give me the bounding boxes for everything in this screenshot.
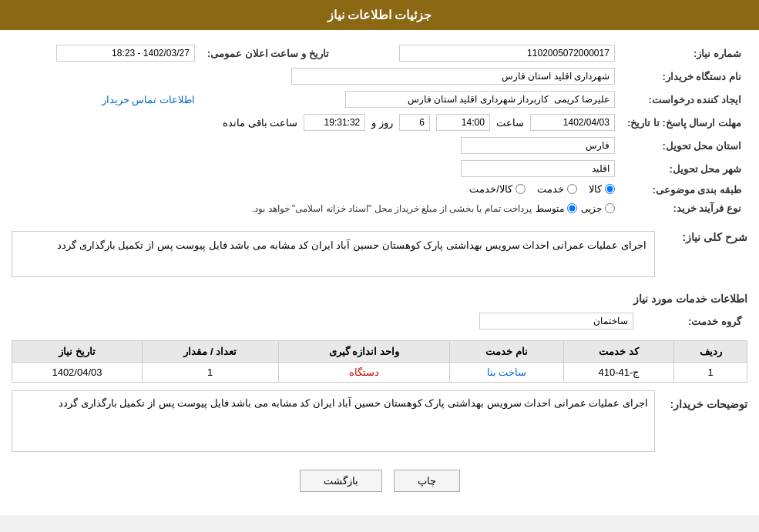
creator-label: ایجاد کننده درخواست: [621, 88, 747, 111]
category-label-khedmat: خدمت [537, 183, 564, 195]
reply-deadline-label: مهلت ارسال پاسخ: تا تاریخ: [621, 111, 747, 134]
print-button[interactable]: چاپ [394, 470, 460, 492]
city-label: شهر محل تحویل: [621, 157, 747, 180]
province-input[interactable] [461, 137, 615, 154]
header-info-table: شماره نیاز: تاریخ و ساعت اعلان عمومی: نا… [12, 42, 747, 217]
contact-link[interactable]: اطلاعات تماس خریدار [102, 94, 195, 105]
back-button[interactable]: بازگشت [300, 470, 382, 492]
creator-input[interactable] [345, 91, 615, 108]
reply-days-label: روز و [371, 117, 393, 129]
reply-days-input[interactable] [399, 114, 430, 131]
cell-date: 1402/04/03 [12, 363, 143, 383]
category-label-kala-khedmat: کالا/خدمت [469, 183, 512, 195]
buyer-org-input[interactable] [291, 68, 615, 85]
page-title: جزئیات اطلاعات نیاز [327, 8, 432, 22]
col-header-service-code: کد خدمت [563, 341, 674, 363]
announce-datetime-label: تاریخ و ساعت اعلان عمومی: [201, 42, 335, 65]
reply-date-input[interactable] [530, 114, 615, 131]
service-group-table: گروه خدمت: [12, 309, 747, 333]
description-section: شرح کلی نیاز: اجرای عملیات عمرانی احداث … [12, 223, 747, 285]
table-row: 1 ج-41-410 ساخت بنا دستگاه 1 1402/04/03 [12, 363, 747, 383]
category-radio-khedmat[interactable] [567, 184, 577, 194]
purchase-radio-mota-vaset[interactable] [567, 203, 577, 213]
cell-service-code: ج-41-410 [563, 363, 674, 383]
purchase-label-jozi: جزیی [581, 203, 602, 214]
button-bar: چاپ بازگشت [12, 458, 747, 504]
page-header: جزئیات اطلاعات نیاز [0, 0, 759, 30]
cell-service-name: ساخت بنا [450, 363, 563, 383]
cell-unit: دستگاه [278, 363, 450, 383]
purchase-type-label: نوع فرآیند خرید: [621, 199, 747, 217]
category-radio-kala-khedmat[interactable] [516, 184, 526, 194]
purchase-type-mota-vaset[interactable]: متوسط [536, 203, 577, 214]
need-number-label: شماره نیاز: [621, 42, 747, 65]
buyer-notes-section: توضیحات خریدار: اجرای عملیات عمرانی احدا… [12, 390, 747, 452]
purchase-label-mota-vaset: متوسط [536, 203, 564, 214]
purchase-note: پرداخت تمام یا بخشی از مبلغ خریداز محل "… [252, 203, 532, 214]
reply-time-input[interactable] [436, 114, 490, 131]
reply-remaining-input[interactable] [304, 114, 365, 131]
reply-remaining-label: ساعت باقی مانده [223, 117, 297, 129]
announce-datetime-input[interactable] [56, 45, 195, 62]
category-radio-kala[interactable] [605, 184, 615, 194]
service-group-input[interactable] [479, 313, 633, 330]
col-header-quantity: تعداد / مقدار [142, 341, 278, 363]
description-value: اجرای عملیات عمرانی احداث سرویس بهداشتی … [57, 239, 646, 251]
description-label: شرح کلی نیاز: [663, 231, 747, 243]
category-radio-group: کالا خدمت کالا/خدمت [469, 183, 615, 195]
service-group-label: گروه خدمت: [640, 309, 747, 333]
col-header-rownum: ردیف [674, 341, 747, 363]
page-wrapper: جزئیات اطلاعات نیاز شماره نیاز: تاریخ و … [0, 0, 759, 515]
city-input[interactable] [461, 160, 615, 177]
need-number-input[interactable] [399, 45, 615, 62]
purchase-type-row: جزیی متوسط پرداخت تمام یا بخشی از مبلغ خ… [18, 203, 615, 214]
buyer-org-label: نام دستگاه خریدار: [621, 65, 747, 88]
purchase-type-jozi[interactable]: جزیی [581, 203, 615, 214]
reply-time-label: ساعت [496, 117, 524, 129]
buyer-notes-box: اجرای عملیات عمرانی احداث سرویس بهداشتی … [12, 390, 655, 452]
purchase-radio-jozi[interactable] [605, 203, 615, 213]
province-label: استان محل تحویل: [621, 134, 747, 157]
cell-quantity: 1 [142, 363, 278, 383]
category-label: طبقه بندی موضوعی: [621, 180, 747, 199]
col-header-service-name: نام خدمت [450, 341, 563, 363]
cell-rownum: 1 [674, 363, 747, 383]
category-label-kala: کالا [589, 183, 602, 195]
main-content: شماره نیاز: تاریخ و ساعت اعلان عمومی: نا… [0, 30, 759, 515]
category-option-kala[interactable]: کالا [589, 183, 615, 195]
description-box: اجرای عملیات عمرانی احداث سرویس بهداشتی … [12, 231, 655, 277]
buyer-notes-label: توضیحات خریدار: [663, 398, 747, 410]
category-option-khedmat[interactable]: خدمت [537, 183, 577, 195]
service-info-title: اطلاعات خدمات مورد نیاز [12, 293, 747, 305]
col-header-unit: واحد اندازه گیری [278, 341, 450, 363]
category-option-kala-khedmat[interactable]: کالا/خدمت [469, 183, 526, 195]
buyer-notes-value: اجرای عملیات عمرانی احداث سرویس بهداشتی … [59, 397, 648, 409]
services-table: ردیف کد خدمت نام خدمت واحد اندازه گیری ت… [12, 340, 747, 383]
col-header-date: تاریخ نیاز [12, 341, 143, 363]
